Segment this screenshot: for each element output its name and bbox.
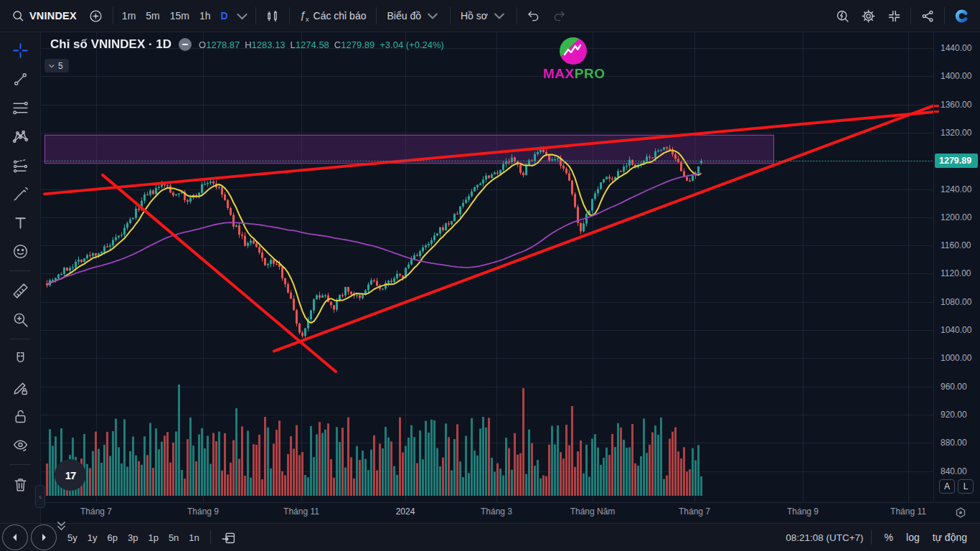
high-value: 1283.13 — [252, 39, 286, 50]
timezone-settings-button[interactable] — [953, 505, 969, 523]
timeframe-15m[interactable]: 15m — [165, 6, 194, 26]
lightning-search-icon — [835, 9, 850, 24]
price-chart[interactable] — [40, 32, 934, 502]
timeframe-1h[interactable]: 1h — [194, 6, 216, 26]
symbol-search-button[interactable]: VNINDEX — [4, 5, 83, 27]
collapse-chevrons-icon[interactable] — [56, 521, 67, 534]
fib-retracement-tool[interactable] — [7, 95, 33, 121]
last-price-label[interactable]: 1279.89 — [935, 154, 978, 168]
chart-menu-button[interactable]: Biểu đồ — [380, 5, 446, 27]
log-scale-button[interactable]: log — [900, 527, 925, 548]
quick-search-button[interactable] — [829, 5, 855, 27]
time-tick-label: Tháng 11 — [880, 507, 937, 517]
time-tick-label: Tháng 3 — [468, 507, 525, 517]
toolbar-divider — [517, 7, 517, 24]
maxpro-logo-icon — [560, 37, 587, 65]
timeframe-1m[interactable]: 1m — [117, 6, 141, 26]
close-value: 1279.89 — [341, 39, 374, 50]
range-5n-button[interactable]: 5n — [164, 528, 184, 547]
redo-button[interactable] — [547, 5, 573, 27]
price-tick-label: 1080.00 — [941, 297, 971, 307]
timeframe-menu-button[interactable] — [233, 5, 252, 27]
measure-tool[interactable] — [7, 278, 33, 303]
settings-button[interactable] — [855, 5, 881, 27]
top-toolbar: VNINDEX 1m5m15m1hD ƒx Các chỉ báo Biểu đ… — [0, 0, 980, 32]
toolbar-divider — [910, 7, 911, 24]
sidebar-divider — [9, 270, 31, 271]
fullscreen-icon — [887, 9, 902, 24]
crosshair-tool[interactable] — [7, 37, 33, 63]
price-tick-label: 1000.00 — [941, 353, 971, 363]
plus-circle-icon — [88, 9, 103, 24]
range-6p-button[interactable]: 6p — [102, 528, 122, 547]
drawing-toolbar — [0, 32, 41, 524]
clock-label[interactable]: 08:21:08 (UTC+7) — [786, 532, 863, 543]
price-tick-label: 1320.00 — [941, 128, 971, 138]
price-tick-label: 880.00 — [941, 438, 967, 448]
auto-scale-button[interactable]: A — [939, 479, 955, 494]
chevron-down-icon — [425, 9, 440, 23]
indicators-label: Các chỉ báo — [314, 10, 367, 22]
brush-tool[interactable] — [7, 181, 33, 207]
undo-button[interactable] — [521, 5, 547, 27]
time-axis[interactable]: Tháng 7Tháng 9Tháng 112024Tháng 3Tháng N… — [40, 502, 980, 524]
time-tick-label: Tháng 9 — [174, 507, 232, 517]
xabcd-pattern-tool[interactable] — [7, 123, 33, 149]
indicator-count-badge[interactable]: 5 — [44, 59, 69, 72]
tradingview-logo[interactable]: 17 — [55, 459, 86, 491]
lock-scale-button[interactable]: L — [958, 479, 974, 494]
price-tick-label: 920.00 — [941, 410, 967, 420]
percent-scale-button[interactable]: % — [879, 527, 899, 548]
price-axis[interactable]: 1279.89 A L 1440.001400.001360.001320.00… — [933, 32, 980, 502]
drawing-lock-tool[interactable] — [7, 375, 33, 400]
profile-menu-button[interactable]: Hồ sơ — [454, 5, 513, 27]
zoom-in-tool[interactable] — [7, 306, 33, 332]
chart-style-button[interactable] — [260, 5, 286, 27]
search-icon — [11, 9, 25, 23]
range-3p-button[interactable]: 3p — [123, 528, 143, 547]
sidebar-collapse-handle[interactable]: ‹ — [35, 485, 45, 508]
legend-collapse-button[interactable] — [179, 38, 192, 51]
range-1y-button[interactable]: 1y — [83, 528, 103, 547]
fullscreen-button[interactable] — [881, 5, 907, 27]
toolbar-divider — [113, 7, 113, 24]
calendar-goto-icon — [221, 530, 236, 545]
auto-scale-toggle[interactable]: tự động — [927, 527, 973, 548]
scroll-left-button[interactable] — [2, 524, 28, 550]
scroll-right-button[interactable] — [31, 524, 57, 550]
timeframe-D[interactable]: D — [216, 6, 233, 26]
indicators-button[interactable]: ƒx Các chỉ báo — [293, 5, 373, 27]
time-tick-label: Tháng 7 — [67, 507, 125, 517]
forecast-tool[interactable] — [7, 152, 33, 178]
go-to-date-button[interactable] — [217, 527, 241, 547]
toolbar-divider — [289, 7, 290, 24]
zoom-in-icon — [11, 311, 29, 329]
time-tick-label: Tháng 9 — [774, 507, 831, 517]
remove-drawings-tool[interactable] — [7, 471, 33, 497]
time-tick-label: 2024 — [377, 507, 434, 517]
magnet-tool[interactable] — [7, 346, 33, 372]
text-tool[interactable] — [7, 209, 33, 235]
ruler-icon — [11, 282, 29, 300]
trendline-axis-mark — [934, 105, 939, 107]
trend-line-tool[interactable] — [7, 66, 33, 92]
time-tick-label: Tháng 7 — [666, 507, 723, 517]
trendline-axis-mark — [934, 110, 939, 113]
emoji-tool[interactable] — [7, 238, 33, 264]
range-1p-button[interactable]: 1p — [143, 528, 163, 547]
open-label: O — [199, 39, 206, 50]
share-button[interactable] — [915, 5, 941, 27]
compare-add-button[interactable] — [83, 5, 109, 27]
toolbar-divider — [255, 7, 256, 24]
chart-legend: Chỉ số VNINDEX · 1D O1278.87 H1283.13 L1… — [50, 37, 444, 52]
timeframe-5m[interactable]: 5m — [141, 6, 164, 26]
range-1n-button[interactable]: 1n — [184, 528, 204, 547]
profile-menu-label: Hồ sơ — [461, 10, 488, 22]
broker-logo[interactable] — [948, 5, 974, 27]
brush-icon — [11, 185, 29, 203]
chart-menu-label: Biểu đồ — [387, 10, 420, 22]
lock-all-tool[interactable] — [7, 403, 33, 429]
hide-drawings-tool[interactable] — [7, 432, 33, 458]
symbol-name: VNINDEX — [29, 10, 77, 22]
sidebar-divider — [9, 464, 31, 465]
